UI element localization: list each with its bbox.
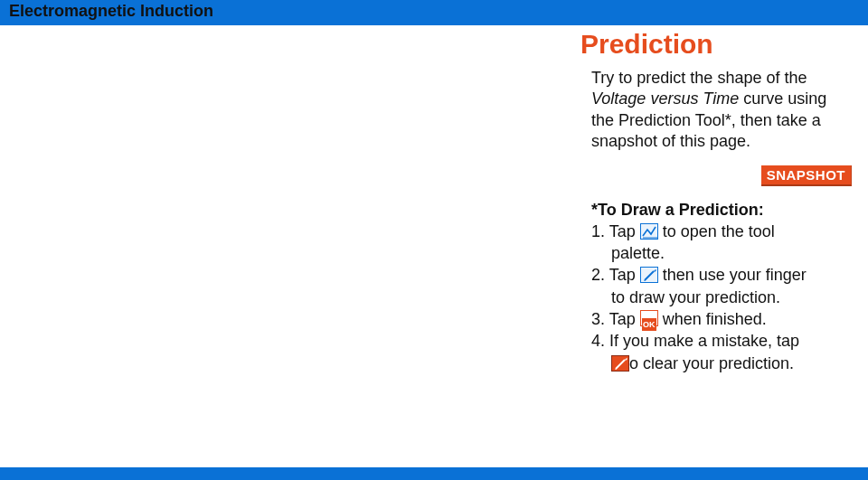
svg-line-1 bbox=[645, 271, 654, 280]
footer-bar bbox=[0, 467, 868, 480]
right-panel: Prediction Try to predict the shape of t… bbox=[579, 29, 859, 374]
snapshot-row: SNAPSHOT bbox=[579, 165, 852, 186]
step-2-line1: 2. Tap then use your finger bbox=[591, 264, 855, 286]
intro-text-italic: Voltage versus Time bbox=[591, 89, 739, 108]
snapshot-button[interactable]: SNAPSHOT bbox=[761, 165, 852, 186]
page-title: Electromagnetic Induction bbox=[9, 2, 213, 21]
pencil-tool-icon[interactable] bbox=[640, 267, 658, 283]
intro-text: Try to predict the shape of the Voltage … bbox=[579, 68, 859, 153]
step-2-b: then use your finger bbox=[658, 266, 807, 284]
step-1-b: to open the tool bbox=[658, 222, 775, 240]
step-3-line1: 3. Tap OK when finished. bbox=[591, 308, 855, 330]
ok-icon[interactable]: OK bbox=[640, 310, 658, 326]
step-4-line2: o clear your prediction. bbox=[591, 353, 855, 374]
intro-text-part1: Try to predict the shape of the bbox=[591, 69, 807, 87]
step-2-a: 2. Tap bbox=[591, 266, 640, 284]
section-heading: Prediction bbox=[580, 29, 859, 59]
svg-line-4 bbox=[616, 360, 625, 369]
step-4-line1: 4. If you make a mistake, tap bbox=[591, 330, 855, 352]
instructions: *To Draw a Prediction: 1. Tap to open th… bbox=[579, 199, 859, 374]
step-1-a: 1. Tap bbox=[591, 222, 640, 240]
step-2-line2: to draw your prediction. bbox=[591, 287, 855, 308]
step-3-a: 3. Tap bbox=[591, 310, 640, 328]
step-1-line1: 1. Tap to open the tool bbox=[591, 221, 855, 242]
chart-tool-icon[interactable] bbox=[640, 223, 658, 240]
step-4-b: o clear your prediction. bbox=[629, 354, 794, 372]
step-3-b: when finished. bbox=[658, 310, 767, 328]
step-1-line2: palette. bbox=[591, 242, 855, 264]
instructions-heading: *To Draw a Prediction: bbox=[591, 199, 855, 221]
slide: Electromagnetic Induction Prediction Try… bbox=[0, 0, 868, 480]
clear-pencil-icon[interactable] bbox=[611, 355, 629, 372]
